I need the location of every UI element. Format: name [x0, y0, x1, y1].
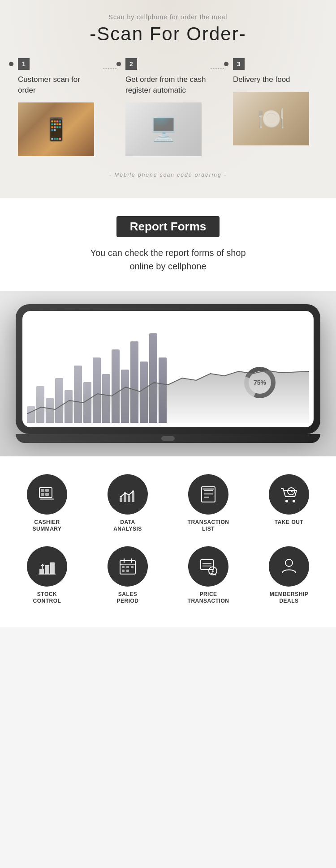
svg-rect-7 — [45, 493, 49, 496]
divider-1 — [103, 58, 116, 69]
svg-rect-27 — [50, 562, 55, 574]
scan-subtitle: Scan by cellphone for order the meal — [0, 13, 336, 21]
svg-rect-10 — [124, 494, 126, 502]
step-1-image — [18, 102, 94, 156]
step-2-image — [125, 102, 202, 156]
stock-control-label: STOCKCONTROL — [33, 591, 61, 605]
svg-point-13 — [120, 496, 122, 498]
svg-rect-35 — [126, 566, 129, 568]
scan-title: -Scan For Order- — [0, 23, 336, 45]
transaction-list-icon-circle — [188, 474, 228, 515]
cashier-summary-icon-circle — [27, 474, 67, 515]
data-analysis-label: DATAANALYSIS — [113, 519, 142, 533]
feature-sales-period: SALESPERIOD — [90, 546, 166, 605]
tablet-outer: 75% — [16, 304, 320, 434]
svg-rect-26 — [45, 565, 49, 574]
membership-deals-icon-circle — [269, 546, 309, 587]
svg-rect-21 — [202, 488, 214, 490]
scan-footer: - Mobile phone scan code ordering - — [0, 165, 336, 189]
svg-rect-36 — [131, 566, 134, 568]
sales-period-label: SALESPERIOD — [116, 591, 138, 605]
take-out-label: TAKE OUT — [275, 519, 303, 526]
tablet-section: 75% — [0, 291, 336, 456]
svg-rect-25 — [39, 569, 44, 574]
scan-section: Scan by cellphone for order the meal -Sc… — [0, 0, 336, 198]
step-1-number: 1 — [18, 58, 30, 70]
divider-2 — [211, 58, 224, 69]
step-3-number: 3 — [233, 58, 245, 70]
step-1-text: Customer scan for order — [18, 74, 99, 96]
cashier-summary-label: CASHIERSUMMARY — [32, 519, 61, 533]
feature-take-out: TAKE OUT — [251, 474, 327, 533]
svg-rect-37 — [122, 570, 125, 572]
svg-rect-5 — [45, 489, 49, 492]
svg-point-16 — [132, 490, 134, 492]
step-3-text: Delivery the food — [233, 74, 314, 85]
svg-point-45 — [285, 559, 293, 566]
step-3: 3 Delivery the food — [224, 58, 318, 154]
price-transaction-label: PRICETRANSACTION — [188, 591, 229, 605]
steps-container: 1 Customer scan for order 2 Get order fr… — [0, 58, 336, 165]
step-3-image — [233, 92, 309, 145]
feature-price-transaction: ¥ PRICETRANSACTION — [170, 546, 246, 605]
feature-cashier-summary: CASHIERSUMMARY — [9, 474, 85, 533]
tablet-wrapper: 75% — [16, 304, 320, 443]
svg-point-22 — [285, 500, 288, 502]
feature-stock-control: STOCKCONTROL — [9, 546, 85, 605]
step-2-number: 2 — [125, 58, 137, 70]
transaction-list-label: TRANSACTIONLIST — [188, 519, 229, 533]
svg-rect-34 — [122, 566, 125, 568]
svg-rect-9 — [120, 498, 122, 502]
feature-data-analysis: DATAANALYSIS — [90, 474, 166, 533]
sales-period-icon-circle — [108, 546, 148, 587]
svg-rect-6 — [41, 493, 44, 496]
features-section: CASHIERSUMMARY DATAANALYSIS — [0, 456, 336, 627]
svg-rect-8 — [40, 498, 54, 500]
feature-membership-deals: MEMBERSHIPDEALS — [251, 546, 327, 605]
svg-point-14 — [124, 492, 126, 494]
tablet-screen: 75% — [22, 311, 314, 427]
report-description: You can check the report forms of shopon… — [9, 246, 327, 273]
stock-control-icon-circle — [27, 546, 67, 587]
step-2: 2 Get order from the cash register autom… — [116, 58, 211, 165]
report-section: Report Forms You can check the report fo… — [0, 198, 336, 291]
step-2-text: Get order from the cash register automat… — [125, 74, 206, 96]
svg-rect-39 — [201, 560, 213, 570]
svg-rect-4 — [41, 489, 44, 492]
area-chart — [27, 369, 309, 423]
data-analysis-icon-circle — [108, 474, 148, 515]
svg-point-15 — [128, 494, 130, 496]
step-1: 1 Customer scan for order — [9, 58, 103, 165]
price-transaction-icon-circle: ¥ — [188, 546, 228, 587]
svg-point-23 — [293, 500, 295, 502]
feature-transaction-list: TRANSACTIONLIST — [170, 474, 246, 533]
report-badge: Report Forms — [116, 216, 220, 237]
take-out-icon-circle — [269, 474, 309, 515]
svg-text:¥: ¥ — [211, 569, 214, 574]
svg-rect-12 — [132, 492, 134, 502]
features-grid: CASHIERSUMMARY DATAANALYSIS — [9, 474, 327, 605]
tablet-home — [16, 434, 320, 443]
svg-rect-11 — [128, 496, 130, 502]
membership-deals-label: MEMBERSHIPDEALS — [270, 591, 308, 605]
svg-rect-38 — [126, 570, 129, 572]
